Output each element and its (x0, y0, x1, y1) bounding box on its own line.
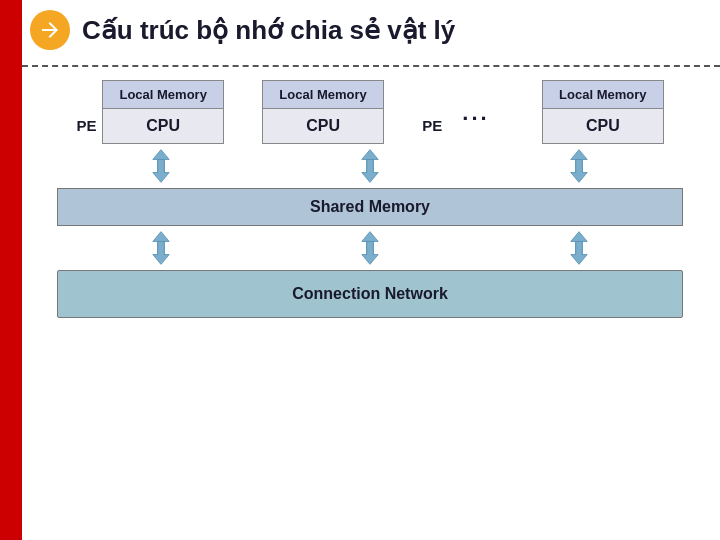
header: Cấu trúc bộ nhớ chia sẻ vật lý (30, 10, 710, 50)
pe-label-1: PE (76, 117, 96, 134)
arrow-3 (474, 148, 683, 184)
pe-label-dots: PE (422, 117, 442, 134)
arrow-b-2 (266, 230, 475, 266)
pe-1-block: Local Memory CPU (102, 80, 223, 144)
arrow-b-1 (57, 230, 266, 266)
connection-network-bar: Connection Network (57, 270, 683, 318)
pe-2-block: Local Memory CPU (262, 80, 383, 144)
pe-blocks-row: PE Local Memory CPU Local Memory CPU PE … (57, 80, 683, 144)
arrows-top-row (57, 148, 683, 184)
separator-line (22, 65, 720, 67)
svg-marker-7 (153, 241, 169, 264)
svg-marker-3 (362, 159, 378, 182)
svg-marker-1 (153, 159, 169, 182)
pe-unit-dots: PE ... (422, 100, 503, 144)
pe-unit-1: PE Local Memory CPU (76, 80, 223, 144)
cpu-label-2: CPU (282, 109, 364, 143)
local-memory-label-3: Local Memory (543, 81, 662, 109)
local-memory-label-2: Local Memory (263, 81, 382, 109)
arrow-2 (266, 148, 475, 184)
svg-marker-11 (570, 241, 586, 264)
svg-marker-9 (362, 241, 378, 264)
cpu-label-3: CPU (562, 109, 644, 143)
diagram-area: PE Local Memory CPU Local Memory CPU PE … (30, 80, 710, 520)
red-sidebar (0, 0, 22, 540)
arrow-b-3 (474, 230, 683, 266)
pe-unit-3: Local Memory CPU (542, 80, 663, 144)
cpu-label-1: CPU (122, 109, 204, 143)
pe-unit-2: Local Memory CPU (262, 80, 383, 144)
arrow-circle-icon (30, 10, 70, 50)
arrows-bottom-row (57, 230, 683, 266)
arrow-1 (57, 148, 266, 184)
local-memory-label-1: Local Memory (103, 81, 222, 109)
svg-marker-5 (570, 159, 586, 182)
page-title: Cấu trúc bộ nhớ chia sẻ vật lý (82, 15, 455, 46)
dots-separator: ... (448, 100, 503, 144)
pe-3-block: Local Memory CPU (542, 80, 663, 144)
shared-memory-bar: Shared Memory (57, 188, 683, 226)
